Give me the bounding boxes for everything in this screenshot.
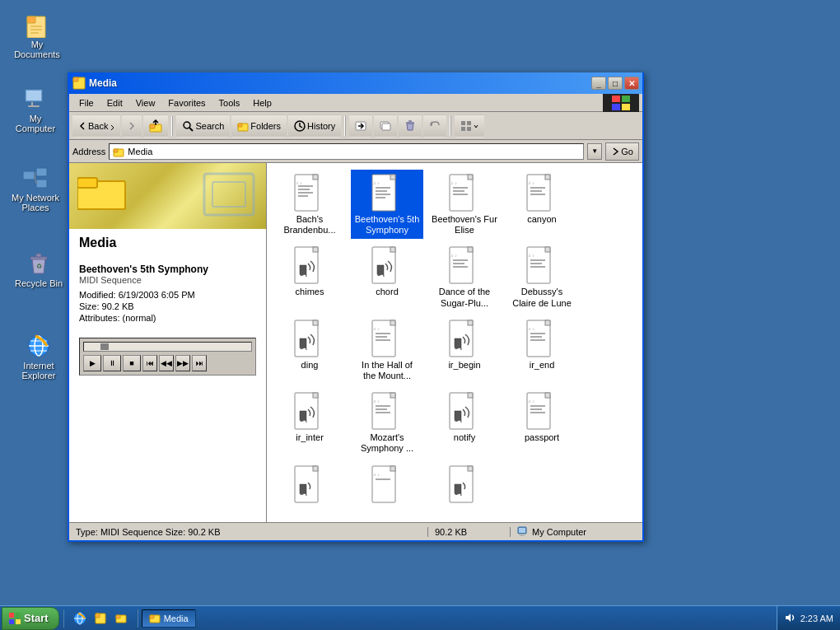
desktop-icon-my-computer[interactable]: My Computer	[7, 82, 64, 137]
minimize-button[interactable]: _	[591, 77, 606, 90]
file-icon: ♫ ♪	[371, 173, 404, 212]
file-item[interactable]: ♫ ♪ Mozart's Symphony ...	[351, 388, 423, 457]
close-button[interactable]: ✕	[624, 77, 639, 90]
file-icon: ♫ ♪	[525, 245, 558, 285]
file-icon	[371, 245, 404, 285]
copy-to-button[interactable]	[374, 114, 397, 138]
svg-rect-120	[545, 393, 550, 398]
file-item[interactable]: chord	[351, 242, 423, 311]
back-button[interactable]: Back	[72, 114, 120, 138]
address-value: Media	[128, 147, 152, 156]
svg-text:♫ ♪: ♫ ♪	[450, 180, 457, 185]
file-icon	[293, 319, 326, 358]
menu-help[interactable]: Help	[246, 96, 278, 110]
history-button[interactable]: History	[288, 114, 341, 138]
svg-rect-88	[545, 247, 550, 252]
file-item[interactable]: ♫ ♪	[351, 461, 423, 509]
media-taskbar-button[interactable]: Media	[142, 609, 196, 628]
file-item[interactable]: ♫ ♪ ir_end	[506, 315, 578, 385]
go-button[interactable]: Go	[605, 142, 639, 161]
menu-tools[interactable]: Tools	[212, 96, 247, 110]
file-item[interactable]: ♫ ♪ Debussy's Claire de Lune	[506, 242, 578, 311]
desktop-icon-internet-explorer[interactable]: Internet Explorer	[10, 329, 68, 384]
svg-rect-29	[150, 124, 155, 128]
svg-rect-118	[468, 393, 473, 398]
quick-launch-2[interactable]	[91, 609, 110, 628]
file-item[interactable]: ir_inter	[273, 388, 346, 457]
menu-view[interactable]: View	[129, 96, 162, 110]
svg-rect-39	[406, 122, 414, 124]
undo-button[interactable]	[423, 114, 446, 138]
play-button[interactable]: ▶	[83, 355, 101, 371]
file-item[interactable]: ♫ ♪ passport	[506, 388, 578, 457]
file-item[interactable]	[428, 461, 501, 509]
svg-rect-8	[28, 105, 40, 107]
taskbar-divider	[63, 609, 64, 628]
file-item[interactable]: ♫ ♪ Beethoven's Fur Elise	[428, 170, 501, 239]
address-dropdown[interactable]: ▼	[587, 143, 602, 160]
svg-rect-137	[9, 613, 14, 618]
skip-back-button[interactable]: ⏮	[142, 355, 157, 371]
svg-rect-147	[116, 615, 120, 618]
file-item[interactable]: chimes	[273, 242, 346, 311]
views-button[interactable]	[455, 114, 484, 138]
pause-button[interactable]: ⏸	[103, 355, 121, 371]
menu-bar: File Edit View Favorites Tools Help	[69, 94, 642, 112]
media-progress[interactable]	[83, 342, 252, 352]
volume-icon[interactable]	[784, 612, 796, 625]
file-info: Beethoven's 5th Symphony MIDI Sequence M…	[69, 257, 266, 331]
folder-title: Media	[69, 229, 266, 257]
svg-line-31	[189, 128, 193, 131]
svg-rect-15	[36, 254, 41, 257]
move-to-button[interactable]	[349, 114, 372, 138]
svg-rect-126	[313, 466, 318, 471]
svg-text:♫ ♪: ♫ ♪	[373, 180, 380, 185]
address-input[interactable]: Media	[109, 143, 584, 160]
file-item[interactable]: ♫ ♪ Bach's Brandenbu...	[273, 170, 346, 239]
media-window: Media _ □ ✕ File Edit View Favorites Too…	[68, 72, 644, 542]
desktop-icon-my-documents[interactable]: My Documents	[8, 8, 66, 63]
file-icon: ♫ ♪	[525, 391, 558, 431]
svg-rect-40	[408, 120, 412, 122]
file-item[interactable]: ♫ ♪ Beethoven's 5th Symphony	[351, 170, 423, 239]
maximize-button[interactable]: □	[608, 77, 623, 90]
file-item[interactable]: ♫ ♪ Dance of the Sugar-Plu...	[428, 242, 501, 311]
status-size: 90.2 KB	[428, 527, 511, 537]
start-button[interactable]: Start	[2, 607, 59, 630]
svg-rect-44	[467, 127, 471, 131]
file-item[interactable]: ♫ ♪ canyon	[506, 170, 578, 239]
menu-edit[interactable]: Edit	[100, 96, 129, 110]
media-progress-handle[interactable]	[100, 343, 109, 350]
file-name: chimes	[296, 287, 324, 297]
file-item[interactable]: notify	[428, 388, 501, 457]
menu-favorites[interactable]: Favorites	[161, 96, 212, 110]
file-item[interactable]: ♫ ♪ In the Hall of the Mount...	[351, 315, 423, 385]
search-button[interactable]: Search	[176, 114, 230, 138]
rewind-button[interactable]: ◀◀	[159, 355, 174, 371]
file-name: ding	[301, 360, 319, 371]
desktop-icon-network-places[interactable]: My Network Places	[7, 161, 64, 216]
fast-forward-button[interactable]: ▶▶	[175, 355, 190, 371]
file-icon: ♫ ♪	[371, 391, 404, 431]
folders-button[interactable]: Folders	[231, 114, 287, 138]
svg-rect-136	[520, 535, 525, 536]
svg-rect-66	[468, 175, 473, 180]
quick-launch-ie[interactable]	[71, 609, 89, 628]
stop-button[interactable]: ■	[123, 355, 141, 371]
up-button[interactable]	[143, 114, 168, 138]
menu-file[interactable]: File	[72, 96, 100, 110]
file-item[interactable]	[273, 461, 346, 509]
skip-forward-button[interactable]: ⏭	[192, 355, 207, 371]
delete-button[interactable]	[399, 114, 422, 138]
quick-launch-3[interactable]	[112, 609, 130, 628]
file-item[interactable]: ir_begin	[428, 315, 501, 385]
file-icon	[448, 319, 481, 358]
computer-icon	[517, 526, 529, 538]
svg-rect-11	[36, 180, 47, 188]
forward-button[interactable]	[122, 114, 142, 138]
desktop-icon-recycle-bin[interactable]: ♻ Recycle Bin	[10, 247, 68, 292]
file-item[interactable]: ding	[273, 315, 346, 385]
file-icon: ♫ ♪	[371, 319, 404, 358]
left-panel: Media Beethoven's 5th Symphony MIDI Sequ…	[69, 163, 267, 522]
file-name: notify	[454, 432, 475, 443]
